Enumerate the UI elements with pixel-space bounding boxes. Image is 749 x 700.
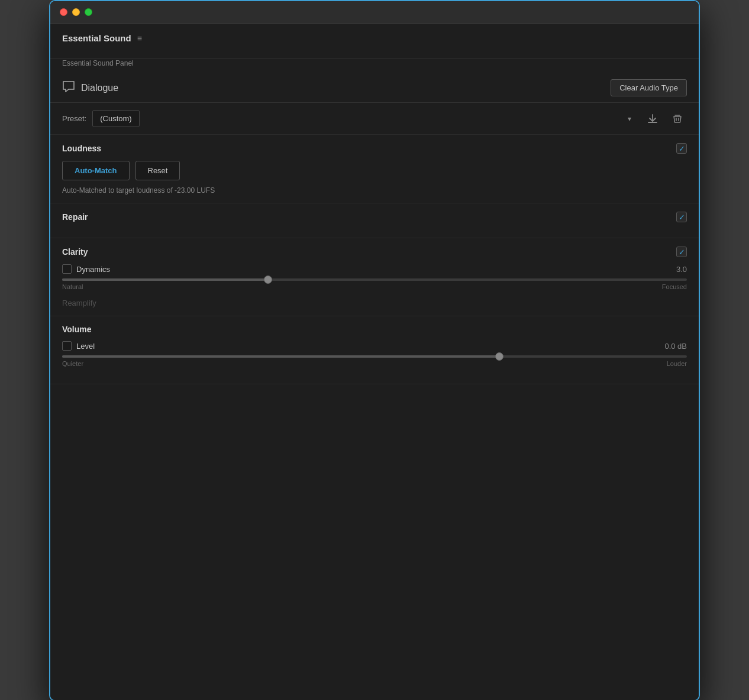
panel-header: Essential Sound ≡ — [50, 24, 699, 59]
repair-header: Repair ✓ — [62, 212, 687, 222]
preset-label: Preset: — [62, 114, 86, 123]
minimize-button[interactable] — [72, 8, 80, 16]
dialogue-row: Dialogue Clear Audio Type — [50, 73, 699, 103]
repair-title: Repair — [62, 212, 88, 222]
loudness-title: Loudness — [62, 144, 101, 153]
dynamics-left: Dynamics — [62, 264, 110, 274]
volume-title: Volume — [62, 325, 92, 334]
level-label: Level — [76, 342, 95, 351]
dynamics-slider-thumb[interactable] — [264, 276, 272, 284]
repair-checkbox[interactable]: ✓ — [676, 212, 687, 222]
loudness-header: Loudness ✓ — [62, 143, 687, 154]
volume-section: Volume Level 0.0 dB — [50, 316, 699, 384]
dynamics-value: 3.0 — [676, 265, 687, 274]
level-label-right: Louder — [667, 360, 687, 367]
level-checkbox[interactable] — [62, 341, 72, 351]
level-slider-thumb[interactable] — [495, 352, 503, 361]
dynamics-label-left: Natural — [62, 283, 83, 290]
clarity-checkbox[interactable]: ✓ — [676, 247, 687, 257]
dynamics-slider-container — [62, 278, 687, 281]
volume-header: Volume — [62, 325, 687, 334]
loudness-buttons: Auto-Match Reset — [62, 161, 687, 180]
dynamics-slider-labels: Natural Focused — [62, 283, 687, 290]
maximize-button[interactable] — [85, 8, 92, 16]
title-bar — [50, 1, 699, 24]
dialogue-label: Dialogue — [81, 83, 118, 93]
preset-delete-button[interactable] — [668, 111, 687, 127]
close-button[interactable] — [60, 8, 67, 16]
dialogue-icon — [62, 80, 75, 95]
dynamics-slider-fill — [62, 278, 268, 281]
clarity-title: Clarity — [62, 247, 88, 257]
loudness-section: Loudness ✓ Auto-Match Reset Auto-Matched… — [50, 135, 699, 203]
level-slider-track — [62, 355, 687, 358]
dynamics-slider-track — [62, 278, 687, 281]
dynamics-header: Dynamics 3.0 — [62, 264, 687, 274]
dynamics-label: Dynamics — [76, 265, 110, 274]
dynamics-subsection: Dynamics 3.0 Natural Focused — [62, 264, 687, 290]
menu-icon[interactable]: ≡ — [137, 34, 142, 43]
clarity-header: Clarity ✓ — [62, 247, 687, 257]
panel-title: Essential Sound — [62, 33, 131, 43]
level-slider-labels: Quieter Louder — [62, 360, 687, 367]
level-subsection: Level 0.0 dB Quieter Louder — [62, 341, 687, 367]
main-window: Essential Sound ≡ Essential Sound Panel … — [49, 0, 700, 700]
dialogue-left: Dialogue — [62, 80, 118, 95]
preset-select[interactable]: (Custom) — [92, 110, 140, 127]
level-slider-fill — [62, 355, 499, 358]
level-header: Level 0.0 dB — [62, 341, 687, 351]
preset-dropdown-wrapper: (Custom) — [92, 110, 637, 127]
loudness-info: Auto-Matched to target loudness of -23.0… — [62, 186, 687, 195]
auto-match-button[interactable]: Auto-Match — [62, 161, 130, 180]
level-value: 0.0 dB — [664, 342, 687, 351]
dynamics-checkbox[interactable] — [62, 264, 72, 274]
repair-section: Repair ✓ — [50, 203, 699, 238]
clear-audio-type-button[interactable]: Clear Audio Type — [611, 79, 687, 96]
reamplify-section: Reamplify — [62, 299, 687, 307]
preset-save-button[interactable] — [643, 111, 662, 127]
reset-button[interactable]: Reset — [135, 161, 180, 180]
panel-subtitle: Essential Sound Panel — [50, 59, 699, 73]
sections-container: Loudness ✓ Auto-Match Reset Auto-Matched… — [50, 135, 699, 700]
dynamics-label-right: Focused — [662, 283, 687, 290]
panel-content: Essential Sound ≡ Essential Sound Panel … — [50, 24, 699, 700]
level-label-left: Quieter — [62, 360, 83, 367]
clarity-section: Clarity ✓ Dynamics 3.0 — [50, 238, 699, 316]
preset-row: Preset: (Custom) — [50, 103, 699, 135]
level-left: Level — [62, 341, 95, 351]
reamplify-label: Reamplify — [62, 299, 96, 307]
level-slider-container — [62, 355, 687, 358]
loudness-checkbox[interactable]: ✓ — [676, 143, 687, 154]
